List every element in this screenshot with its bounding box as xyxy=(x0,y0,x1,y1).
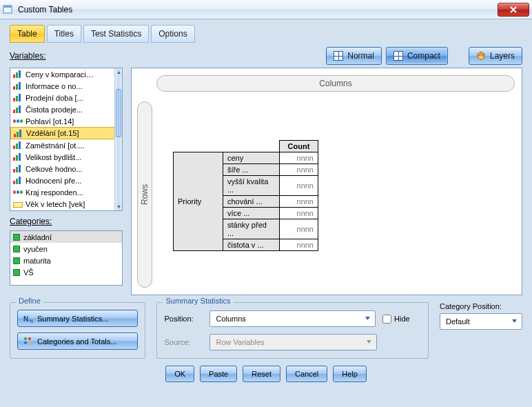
button-label: Summary Statistics... xyxy=(37,315,108,323)
category-position-select[interactable]: Default xyxy=(440,313,522,330)
category-item[interactable]: základní xyxy=(10,231,122,243)
bars-icon xyxy=(13,82,23,90)
row-variable-label: Priority xyxy=(174,152,223,251)
categories-totals-button[interactable]: Categories and Totals... xyxy=(17,332,138,350)
window-title: Custom Tables xyxy=(18,5,498,14)
variable-item[interactable]: Velikost bydlišt... xyxy=(10,151,122,163)
view-layers-button[interactable]: Layers xyxy=(469,47,522,65)
button-label: Layers xyxy=(490,51,515,61)
chevron-down-icon xyxy=(366,338,372,346)
cell-value: nnnn xyxy=(280,219,318,239)
row-category-label: čistota v ... xyxy=(223,239,280,251)
hide-checkbox-input[interactable] xyxy=(382,315,391,324)
category-label: vyučen xyxy=(23,245,48,253)
variable-item[interactable]: Hodnocení pře... xyxy=(10,175,122,186)
bars-icon xyxy=(14,130,23,137)
circles-icon xyxy=(13,117,23,125)
variable-item[interactable]: Věk v letech [vek] xyxy=(10,198,122,210)
category-item[interactable]: maturita xyxy=(10,255,122,266)
row-category-label: chování ... xyxy=(223,196,280,208)
titlebar: Custom Tables xyxy=(0,0,532,19)
columns-drop-zone[interactable]: Columns xyxy=(156,75,515,92)
variable-item[interactable]: Zaměstnání [ot.... xyxy=(10,139,122,151)
tab-test-statistics[interactable]: Test Statistics xyxy=(83,25,149,43)
cancel-button[interactable]: Cancel xyxy=(286,366,327,382)
row-category-label: ceny xyxy=(223,152,280,164)
view-compact-button[interactable]: Compact xyxy=(386,47,448,65)
variables-list[interactable]: Ceny v komparaci…Informace o no...Prodej… xyxy=(10,68,123,211)
grid-icon xyxy=(393,51,403,61)
tab-titles[interactable]: Titles xyxy=(47,25,81,43)
row-category-label: více ... xyxy=(223,208,280,219)
row-category-label: vyšší kvalita ... xyxy=(223,176,280,196)
scroll-up-icon[interactable] xyxy=(115,68,123,77)
reset-button[interactable]: Reset xyxy=(243,366,280,382)
ruler-icon xyxy=(13,202,23,208)
button-label: Reset xyxy=(252,370,272,378)
svg-text:%: % xyxy=(29,319,33,324)
tab-label: Table xyxy=(17,29,37,39)
cell-value: nnnn xyxy=(280,164,318,176)
group-legend: Define xyxy=(16,297,43,305)
app-icon xyxy=(3,4,14,15)
position-select[interactable]: Columns xyxy=(209,310,376,327)
categories-list[interactable]: základnívyučenmaturitaVŠ xyxy=(10,230,123,286)
category-position-label: Category Position: xyxy=(440,302,522,310)
summary-statistics-button[interactable]: N% Summary Statistics... xyxy=(17,310,138,327)
category-label: VŠ xyxy=(23,268,34,277)
scroll-thumb[interactable] xyxy=(116,89,121,137)
button-label: OK xyxy=(174,370,185,378)
variable-label: Čistota prodeje... xyxy=(25,106,83,114)
category-item[interactable]: VŠ xyxy=(10,266,122,278)
cell-value: nnnn xyxy=(280,152,318,164)
tab-table[interactable]: Table xyxy=(10,25,45,43)
scroll-down-icon[interactable] xyxy=(115,202,123,210)
table-canvas[interactable]: Columns Rows CountPrioritycenynnnnšíře .… xyxy=(131,68,522,295)
variable-item[interactable]: Prodejní doba [... xyxy=(10,92,122,103)
position-label: Position: xyxy=(164,315,203,323)
hide-checkbox[interactable]: Hide xyxy=(382,315,421,324)
bars-icon xyxy=(13,177,23,184)
bars-icon xyxy=(13,94,23,101)
category-label: maturita xyxy=(23,257,51,265)
paste-button[interactable]: Paste xyxy=(200,366,237,382)
define-group: Define N% Summary Statistics... Categori… xyxy=(10,302,145,359)
variable-item[interactable]: Vzdělání [ot.15] xyxy=(10,127,122,139)
variables-label: Variables: xyxy=(10,51,45,61)
variable-label: Pohlaví [ot.14] xyxy=(25,117,74,126)
categories-label: Categories: xyxy=(10,217,123,226)
variable-item[interactable]: Celkové hodno... xyxy=(10,163,122,175)
scrollbar[interactable] xyxy=(114,68,122,210)
category-icon xyxy=(13,269,20,276)
cell-value: nnnn xyxy=(280,176,318,196)
variable-item[interactable]: Čistota prodeje... xyxy=(10,103,122,115)
bars-icon xyxy=(13,70,23,78)
tabs: Table Titles Test Statistics Options xyxy=(10,25,522,43)
svg-point-4 xyxy=(24,337,27,340)
ok-button[interactable]: OK xyxy=(165,366,194,382)
close-button[interactable] xyxy=(498,3,529,17)
tab-options[interactable]: Options xyxy=(151,25,194,43)
svg-point-5 xyxy=(28,337,31,340)
button-label: Cancel xyxy=(295,370,318,378)
category-position-group: Category Position: Default xyxy=(440,302,522,330)
cell-value: nnnn xyxy=(280,239,318,251)
view-normal-button[interactable]: Normal xyxy=(326,47,382,65)
table-preview: CountPrioritycenynnnnšíře ...nnnnvyšší k… xyxy=(173,140,318,251)
category-item[interactable]: vyučen xyxy=(10,243,122,255)
rows-drop-zone[interactable]: Rows xyxy=(137,101,152,288)
variable-item[interactable]: Kraj responden... xyxy=(10,186,122,198)
variable-label: Věk v letech [vek] xyxy=(25,200,85,208)
svg-text:N: N xyxy=(23,315,28,323)
tab-label: Test Statistics xyxy=(91,29,141,39)
table-row: Prioritycenynnnn xyxy=(174,152,318,164)
bars-icon xyxy=(13,106,23,113)
help-button[interactable]: Help xyxy=(333,366,367,382)
svg-rect-1 xyxy=(3,6,12,8)
variable-item[interactable]: Pohlaví [ot.14] xyxy=(10,115,122,127)
category-icon xyxy=(13,257,20,264)
variable-item[interactable]: Informace o no... xyxy=(10,80,122,92)
variable-label: Celkové hodno... xyxy=(25,165,83,173)
variable-label: Kraj responden... xyxy=(25,188,83,197)
variable-item[interactable]: Ceny v komparaci… xyxy=(10,68,122,80)
